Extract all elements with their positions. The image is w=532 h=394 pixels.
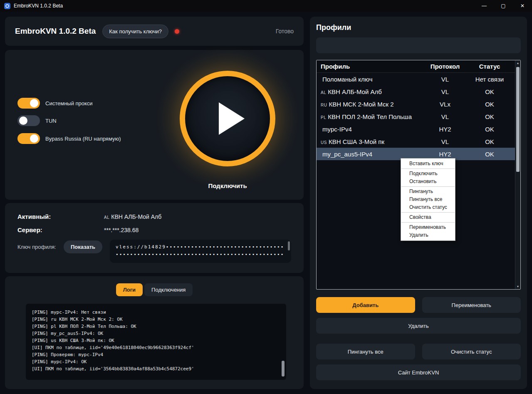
- server-value: ***.***.238.68: [104, 227, 139, 233]
- country-prefix: AL: [104, 215, 109, 220]
- profile-protocol: HY2: [426, 151, 464, 158]
- menu-item-ping-all[interactable]: Пингануть все: [401, 196, 455, 203]
- key-scrollbar[interactable]: [288, 241, 290, 250]
- profile-status: OK: [464, 101, 515, 108]
- menu-separator: [401, 186, 455, 187]
- get-keys-button[interactable]: Как получить ключи?: [102, 25, 168, 38]
- context-menu: Вставить ключ Подключить Остановить Пинг…: [401, 158, 455, 241]
- maximize-button[interactable]: ▢: [494, 0, 513, 12]
- toggle-knob: [19, 116, 27, 125]
- window-controls: — ▢ ✕: [475, 0, 532, 12]
- menu-separator: [401, 222, 455, 223]
- menu-item-clear-status[interactable]: Очистить статус: [401, 203, 455, 211]
- bypass-russia-label: Bypass Russia (RU напрямую): [45, 136, 121, 142]
- system-proxy-toggle[interactable]: [17, 98, 40, 109]
- profile-key-box[interactable]: vless://b14829••••••••••••••••••••••••••…: [110, 240, 291, 263]
- log-line: [PING] ru КВН МСК 2-Мой Мск 2: OK: [32, 316, 279, 323]
- toggle-knob: [30, 99, 38, 107]
- log-line: [PING] my_pc_aus5-IPv4: OK: [32, 330, 279, 337]
- connect-label: Подключить: [180, 182, 275, 189]
- header-protocol: Протокол: [426, 63, 464, 70]
- log-line: [UI] ПКМ по таблице, iid='49e40e61818040…: [32, 344, 279, 351]
- log-line: [PING] us КВН США 3-Мой пк: OK: [32, 337, 279, 344]
- delete-button[interactable]: Удалить: [316, 318, 521, 334]
- log-line: [PING] pl КВН ПОЛ 2-Мой Тел Польша: OK: [32, 323, 279, 330]
- show-key-button[interactable]: Показать: [64, 240, 102, 253]
- server-row: Сервер: ***.***.238.68: [17, 226, 291, 233]
- menu-item-delete[interactable]: Удалить: [401, 231, 455, 239]
- profiles-panel: Профили Профиль Протокол Статус Поломаны…: [310, 17, 527, 389]
- rename-button[interactable]: Переименовать: [422, 297, 521, 313]
- profile-protocol: HY2: [426, 126, 464, 133]
- table-row[interactable]: Поломаный ключ VL Нет связи: [317, 73, 520, 85]
- log-line: [UI] ПКМ по таблице, iid='3564bb83830a4a…: [32, 365, 279, 372]
- table-row[interactable]: USКВН США 3-Мой пк VL OK: [317, 135, 520, 148]
- menu-item-stop[interactable]: Остановить: [401, 178, 455, 186]
- key-line-2: ••••••••••••••••••••••••••••••••••••••••…: [116, 251, 285, 258]
- menu-item-paste-key[interactable]: Вставить ключ: [401, 160, 455, 168]
- window-title: EmbroKVN 1.0.2 Beta: [14, 3, 63, 9]
- menu-item-ping[interactable]: Пингануть: [401, 188, 455, 196]
- country-prefix: PL: [321, 115, 326, 120]
- table-row[interactable]: ALКВН АЛБ-Мой Алб VL OK: [317, 85, 520, 98]
- server-label: Сервер:: [17, 226, 104, 233]
- bypass-russia-toggle[interactable]: [17, 133, 40, 144]
- profile-status: OK: [464, 138, 515, 145]
- site-button[interactable]: Сайт EmbroKVN: [316, 364, 521, 380]
- table-row[interactable]: PLКВН ПОЛ 2-Мой Тел Польша VL OK: [317, 110, 520, 123]
- profile-protocol: VL: [426, 138, 464, 145]
- tun-toggle[interactable]: [17, 115, 40, 126]
- connect-button[interactable]: [180, 71, 275, 166]
- minimize-button[interactable]: —: [475, 0, 494, 12]
- play-icon: [219, 102, 245, 135]
- profile-protocol: VLx: [426, 101, 464, 108]
- header-status: Статус: [464, 63, 515, 70]
- titlebar: EmbroKVN 1.0.2 Beta — ▢ ✕: [0, 0, 532, 12]
- profile-protocol: VL: [426, 113, 464, 120]
- profile-protocol: VL: [426, 88, 464, 95]
- table-scrollbar[interactable]: ▲ ▼: [515, 60, 520, 289]
- log-scrollbar[interactable]: [282, 361, 285, 377]
- toggle-row-bypass-russia: Bypass Russia (RU напрямую): [17, 133, 121, 144]
- profile-name: mypc-IPv4: [322, 126, 352, 133]
- log-line: [PING] Проверяю: mypc-IPv4: [32, 351, 279, 358]
- tab-logs[interactable]: Логи: [116, 283, 143, 296]
- profile-search-input[interactable]: [316, 37, 521, 53]
- profile-name: КВН США 3-Мой пк: [329, 138, 384, 145]
- system-proxy-label: Системный прокси: [45, 100, 93, 107]
- menu-separator: [401, 169, 455, 169]
- active-value: ALКВН АЛБ-Мой Алб: [104, 213, 161, 220]
- menu-item-properties[interactable]: Свойства: [401, 213, 455, 221]
- close-button[interactable]: ✕: [513, 0, 532, 12]
- add-button[interactable]: Добавить: [316, 297, 415, 313]
- toggle-row-system-proxy: Системный прокси: [17, 98, 93, 109]
- scrollbar-thumb[interactable]: [516, 67, 520, 172]
- profile-key-label: Ключ профиля:: [17, 244, 60, 250]
- country-prefix: RU: [321, 103, 327, 107]
- ping-all-button[interactable]: Пингануть все: [316, 344, 415, 359]
- table-header: Профиль Протокол Статус: [317, 60, 520, 73]
- connect-panel: Системный прокси TUN Bypass Russia (RU н…: [5, 50, 304, 200]
- profile-name: Поломаный ключ: [322, 76, 373, 83]
- toggle-knob: [30, 134, 38, 143]
- logs-panel: Логи Подключения [PING] mypc-IPv4: Нет с…: [5, 276, 304, 389]
- active-label: Активный:: [17, 213, 104, 220]
- toggle-row-tun: TUN: [17, 115, 57, 126]
- tun-label: TUN: [45, 118, 57, 124]
- profile-buttons-primary: Добавить Переименовать Удалить: [316, 297, 521, 334]
- app-icon: [4, 3, 10, 9]
- menu-item-connect[interactable]: Подключить: [401, 170, 455, 178]
- log-output[interactable]: [PING] mypc-IPv4: Нет связи [PING] ru КВ…: [26, 304, 286, 380]
- table-row[interactable]: RUКВН МСК 2-Мой Мск 2 VLx OK: [317, 98, 520, 110]
- log-tabs: Логи Подключения: [5, 283, 304, 296]
- tab-connections[interactable]: Подключения: [144, 283, 193, 296]
- clear-status-button[interactable]: Очистить статус: [422, 344, 521, 359]
- status-dot-icon: [175, 29, 179, 34]
- profile-name: КВН АЛБ-Мой Алб: [328, 88, 382, 95]
- scroll-down-icon[interactable]: ▼: [515, 285, 520, 288]
- key-row: Ключ профиля: Показать vless://b14829•••…: [17, 240, 291, 263]
- menu-item-rename[interactable]: Переименовать: [401, 223, 455, 231]
- scroll-up-icon[interactable]: ▲: [515, 62, 520, 64]
- profile-status: OK: [464, 126, 515, 133]
- table-row[interactable]: mypc-IPv4 HY2 OK: [317, 123, 520, 135]
